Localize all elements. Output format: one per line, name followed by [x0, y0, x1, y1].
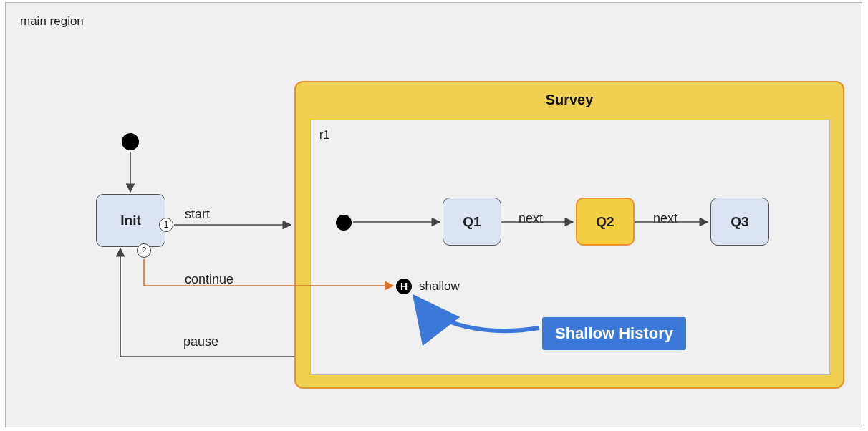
- state-q1: Q1: [443, 198, 501, 246]
- state-survey-title: Survey: [296, 82, 843, 117]
- label-next-2: next: [653, 211, 677, 226]
- initial-node-outer: [122, 133, 139, 150]
- port-2: 2: [137, 243, 151, 258]
- main-region-label: main region: [20, 14, 84, 29]
- state-init: Init: [96, 194, 165, 247]
- label-start: start: [185, 207, 210, 222]
- port-1: 1: [159, 218, 173, 232]
- state-q3: Q3: [710, 198, 769, 246]
- label-pause: pause: [183, 334, 218, 349]
- initial-node-inner: [336, 215, 352, 231]
- history-label: shallow: [419, 279, 460, 294]
- history-node: H: [396, 279, 412, 294]
- state-q2-active: Q2: [576, 198, 635, 246]
- statechart-diagram: main region Survey r1 Init 1 2 Q1 Q2 Q3 …: [0, 0, 868, 431]
- callout-shallow-history: Shallow History: [542, 317, 686, 350]
- label-next-1: next: [519, 211, 543, 226]
- inner-region-label: r1: [319, 129, 329, 142]
- label-continue: continue: [185, 272, 233, 287]
